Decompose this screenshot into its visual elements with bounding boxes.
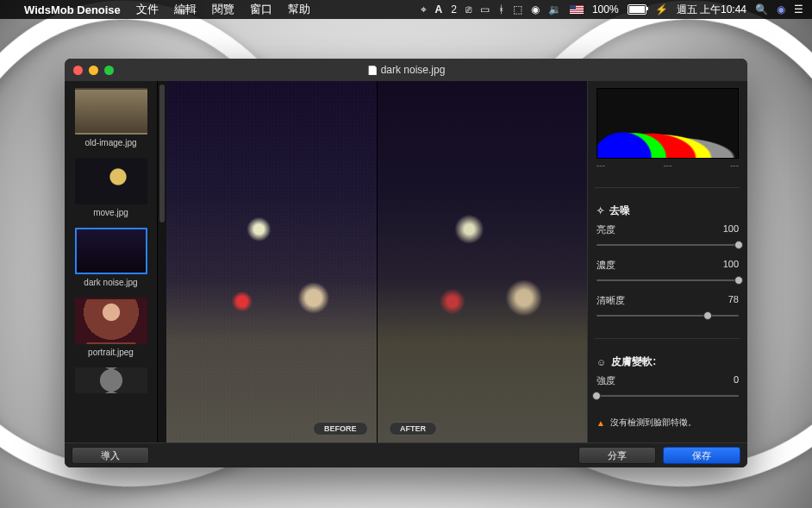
preview-after — [377, 81, 587, 442]
window-footer: 導入 分享 保存 — [65, 442, 747, 467]
before-badge: BEFORE — [313, 422, 368, 436]
close-window-button[interactable] — [73, 66, 83, 75]
menu-window[interactable]: 窗口 — [250, 2, 272, 17]
volume-icon[interactable]: 🔉 — [548, 3, 561, 16]
display-icon[interactable]: ▭ — [480, 3, 490, 16]
notification-center-icon[interactable]: ☰ — [794, 3, 803, 16]
save-button[interactable]: 保存 — [663, 447, 740, 464]
denoise-section-title: ✧ 去噪 — [597, 204, 739, 218]
window-title: dark noise.jpg — [65, 64, 747, 76]
thumbnail-image — [75, 228, 147, 274]
bluetooth-icon[interactable]: ᚼ — [498, 3, 504, 16]
skin-intensity-slider[interactable] — [597, 391, 739, 401]
section-label: 皮膚變軟: — [611, 354, 656, 369]
control-value: 78 — [728, 294, 739, 307]
menu-file[interactable]: 文件 — [136, 2, 159, 17]
thumbnail-image — [75, 88, 147, 135]
menubar-clock[interactable]: 週五 上午10:44 — [677, 3, 746, 17]
camera-icon[interactable]: ⎚ — [465, 3, 472, 16]
wifi-icon[interactable]: ◉ — [531, 3, 540, 16]
spotlight-icon[interactable]: 🔍 — [755, 3, 768, 16]
control-value: 100 — [723, 259, 739, 272]
thumbnail-item[interactable]: portrait.jpeg — [70, 298, 152, 357]
section-label: 去噪 — [609, 204, 630, 218]
input-source-flag-icon[interactable] — [570, 5, 584, 14]
button-label: 分享 — [608, 449, 627, 462]
luminance-control: 亮度 100 — [597, 223, 739, 250]
app-window: dark noise.jpg old-image.jpg move.jpg da… — [65, 59, 747, 467]
thumbnail-label: dark noise.jpg — [70, 278, 152, 287]
control-label: 強度 — [597, 374, 615, 387]
control-label: 濃度 — [597, 259, 615, 272]
histogram-value: --- — [664, 160, 672, 170]
luminance-slider[interactable] — [597, 240, 739, 250]
app-menu[interactable]: WidsMob Denoise — [24, 3, 121, 16]
status-icon[interactable]: ⌖ — [421, 3, 427, 16]
window-titlebar[interactable]: dark noise.jpg — [65, 59, 747, 81]
skin-intensity-control: 強度 0 — [597, 374, 739, 401]
thumbnail-item[interactable]: move.jpg — [70, 158, 152, 217]
after-badge: AFTER — [389, 422, 437, 436]
no-face-warning: ▲ 沒有檢測到臉部特徵。 — [597, 417, 739, 429]
dropbox-icon[interactable]: ⬚ — [513, 3, 522, 16]
thumbnail-item[interactable]: old-image.jpg — [70, 88, 152, 147]
charging-icon: ⚡ — [655, 3, 668, 16]
thumbnail-label: move.jpg — [70, 208, 152, 217]
button-label: 導入 — [101, 449, 120, 462]
chrominance-control: 濃度 100 — [597, 259, 739, 285]
warning-icon: ▲ — [597, 418, 605, 428]
thumbnail-sidebar: old-image.jpg move.jpg dark noise.jpg po… — [65, 81, 158, 442]
preview-before — [166, 81, 377, 442]
siri-icon[interactable]: ◉ — [777, 3, 785, 16]
control-value: 100 — [723, 223, 739, 236]
histogram-values: --- --- --- — [597, 160, 739, 170]
histogram-value: --- — [597, 160, 605, 170]
chrominance-slider[interactable] — [597, 275, 739, 285]
adobe-icon[interactable]: A — [435, 3, 443, 16]
menu-help[interactable]: 幫助 — [288, 2, 310, 17]
thumbnail-image — [75, 158, 147, 204]
face-icon: ☺ — [597, 357, 606, 367]
battery-icon[interactable] — [628, 4, 646, 15]
thumbnail-item[interactable] — [70, 367, 152, 393]
histogram-value: --- — [730, 160, 739, 170]
sharpness-control: 清晰度 78 — [597, 294, 739, 321]
wand-icon: ✧ — [597, 205, 604, 216]
menu-view[interactable]: 閱覽 — [212, 2, 234, 17]
skin-section-title: ☺ 皮膚變軟: — [597, 354, 739, 369]
thumbnail-image — [75, 298, 147, 344]
zoom-window-button[interactable] — [104, 66, 114, 75]
menu-edit[interactable]: 編輯 — [174, 2, 197, 17]
thumbnail-image — [75, 367, 147, 393]
minimize-window-button[interactable] — [89, 66, 98, 75]
thumbnail-label: portrait.jpeg — [70, 348, 152, 357]
macos-menubar: WidsMob Denoise 文件 編輯 閱覽 窗口 幫助 ⌖ A 2 ⎚ ▭… — [0, 0, 812, 19]
control-value: 0 — [734, 374, 739, 387]
share-button[interactable]: 分享 — [578, 447, 656, 464]
thumbnail-scrollbar[interactable] — [158, 81, 166, 442]
battery-percent: 100% — [592, 3, 619, 16]
control-label: 清晰度 — [597, 294, 625, 307]
status-number: 2 — [451, 3, 457, 16]
thumbnail-item[interactable]: dark noise.jpg — [70, 228, 152, 287]
warning-text: 沒有檢測到臉部特徵。 — [610, 417, 696, 429]
histogram — [597, 88, 739, 159]
control-label: 亮度 — [597, 223, 615, 236]
before-after-divider[interactable] — [377, 81, 378, 442]
import-button[interactable]: 導入 — [72, 447, 149, 464]
image-preview[interactable]: BEFORE AFTER — [166, 81, 587, 442]
controls-panel: --- --- --- ✧ 去噪 亮度 100 濃度 — [587, 81, 747, 442]
button-label: 保存 — [692, 449, 711, 462]
thumbnail-label: old-image.jpg — [70, 138, 152, 147]
sharpness-slider[interactable] — [597, 310, 739, 321]
